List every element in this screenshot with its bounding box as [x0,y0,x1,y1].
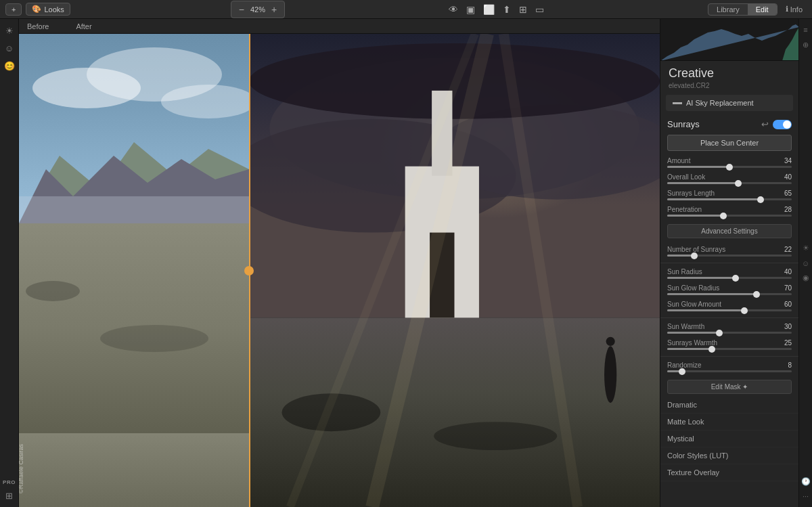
compare-icon-button[interactable]: ▣ [463,3,478,16]
info-icon: ℹ [786,5,788,14]
info-button[interactable]: ℹ Info [782,3,807,15]
before-label: Before [27,22,49,30]
advanced-sliders: Sun Radius 40 Sun Glow Radius 70 [660,266,798,315]
dramatic-item[interactable]: Dramatic [660,397,798,414]
mystical-item[interactable]: Mystical [660,431,798,447]
sun-glow-amount-slider-row: Sun Glow Amount 60 [660,299,798,315]
sun-glow-radius-slider-row: Sun Glow Radius 70 [660,282,798,299]
texture-overlay-item[interactable]: Texture Overlay [660,464,798,481]
sun-glow-radius-track[interactable] [667,293,792,295]
add-button[interactable]: + [5,3,22,16]
sunrays-length-track[interactable] [667,198,792,200]
sun-warmth-track[interactable] [667,332,792,334]
smile-icon-button[interactable]: 😊 [2,58,17,73]
edit-button[interactable]: Edit [748,4,777,15]
edit-mask-button[interactable]: Edit Mask ✦ [667,380,792,394]
num-sunrays-thumb[interactable] [691,252,698,259]
randomize-slider-row: Randomize 8 [660,359,798,376]
sun-radius-label: Sun Radius [667,268,702,275]
ai-sky-bar: AI Sky Replacement [666,95,793,111]
color-styles-item[interactable]: Color Styles (LUT) [660,447,798,464]
left-toolbar: ☀ ☺ 😊 PRO ⊞ [0,19,19,507]
sun-glow-amount-thumb[interactable] [741,307,748,314]
sunrays-length-label: Sunrays Length [667,190,715,197]
sunrays-length-value: 65 [784,190,792,197]
sunrays-warmth-track[interactable] [667,348,792,350]
sun-right-icon-button[interactable]: ☀ [800,243,811,254]
sun-glow-radius-fill [667,293,757,295]
looks-icon: 🎨 [32,5,41,14]
sunrays-length-slider-row: Sunrays Length 65 [660,188,798,204]
matte-look-item[interactable]: Matte Look [660,414,798,431]
place-sun-center-button[interactable]: Place Sun Center [667,135,792,151]
histogram [660,19,798,61]
pro-badge: PRO [3,479,16,485]
histogram-chart [660,19,798,61]
face-icon-button[interactable]: ☺ [2,41,17,56]
sunrays-reset-button[interactable]: ↩ [761,119,769,129]
sun-radius-thumb[interactable] [732,275,739,282]
overall-look-slider-row: Overall Look 40 [660,171,798,188]
before-pane: ©Raffaele Casiras [19,34,249,507]
advanced-settings-button[interactable]: Advanced Settings [667,224,792,238]
before-photo [19,34,249,433]
file-name: elevated.CR2 [669,82,790,89]
amount-track[interactable] [667,166,792,168]
split-handle[interactable] [244,266,254,275]
library-button[interactable]: Library [708,4,748,15]
penetration-thumb[interactable] [720,213,727,219]
overall-look-track[interactable] [667,182,792,184]
overall-look-thumb[interactable] [735,180,742,187]
lower-sliders: Sun Warmth 30 Sunrays Warmth 25 [660,321,798,353]
divider-1 [660,263,798,263]
history-right-icon-button[interactable]: 🕐 [800,476,811,487]
zoom-increase-button[interactable]: + [268,3,280,16]
num-sunrays-value: 22 [784,246,792,253]
randomize-track[interactable] [667,370,792,372]
amount-thumb[interactable] [726,164,733,171]
layers-right-icon-button[interactable]: ≡ [800,24,811,35]
sun-glow-amount-track[interactable] [667,309,792,311]
sun-radius-fill [667,277,736,279]
penetration-track[interactable] [667,215,792,217]
sunrays-toggle[interactable] [773,120,792,129]
penetration-value: 28 [784,206,792,213]
after-pane [249,34,660,507]
smile-right-icon-button[interactable]: ◉ [800,273,811,284]
right-panel: Creative elevated.CR2 AI Sky Replacement… [660,19,798,507]
ai-sky-icon [673,102,682,104]
sun-radius-track[interactable] [667,277,792,279]
randomize-value: 8 [788,361,792,369]
layers-icon-button[interactable]: ⊞ [2,488,17,503]
amount-slider-row: Amount 34 [660,155,798,171]
num-sunrays-slider-row: Number of Sunrays 22 [660,244,798,260]
sunrays-title: Sunrays [667,119,700,129]
zoom-decrease-button[interactable]: − [235,3,248,16]
svg-point-8 [100,325,208,352]
randomize-thumb[interactable] [679,368,685,375]
sunrays-length-thumb[interactable] [757,196,764,203]
zoom-control: − 42% + [231,1,285,18]
sun-adjust-icon-button[interactable]: ☀ [2,23,17,38]
num-sunrays-track[interactable] [667,255,792,257]
overall-look-fill [667,182,738,184]
crop-icon-button[interactable]: ⬜ [480,3,498,16]
share-icon-button[interactable]: ⬆ [499,3,514,16]
looks-button[interactable]: 🎨 Looks [26,3,70,16]
sunrays-warmth-thumb[interactable] [708,346,715,353]
sunrays-warmth-slider-row: Sunrays Warmth 25 [660,337,798,353]
sunrays-warmth-fill [667,348,712,350]
adjustments-right-icon-button[interactable]: ⊕ [800,39,811,50]
sun-glow-radius-thumb[interactable] [753,291,760,298]
grid-icon-button[interactable]: ⊞ [516,3,531,16]
face-right-icon-button[interactable]: ☺ [800,258,811,269]
sun-glow-amount-value: 60 [784,301,792,308]
after-label: After [76,22,91,30]
more-right-icon-button[interactable]: ··· [800,491,811,502]
right-icon-bar: ≡ ⊕ ☀ ☺ ◉ 🕐 ··· [798,19,812,507]
sun-warmth-thumb[interactable] [716,330,723,336]
eye-icon-button[interactable]: 👁 [445,3,461,16]
penetration-slider-row: Penetration 28 [660,204,798,220]
filmstrip-icon-button[interactable]: ▭ [532,3,547,16]
sunrays-controls: ↩ [761,119,792,129]
